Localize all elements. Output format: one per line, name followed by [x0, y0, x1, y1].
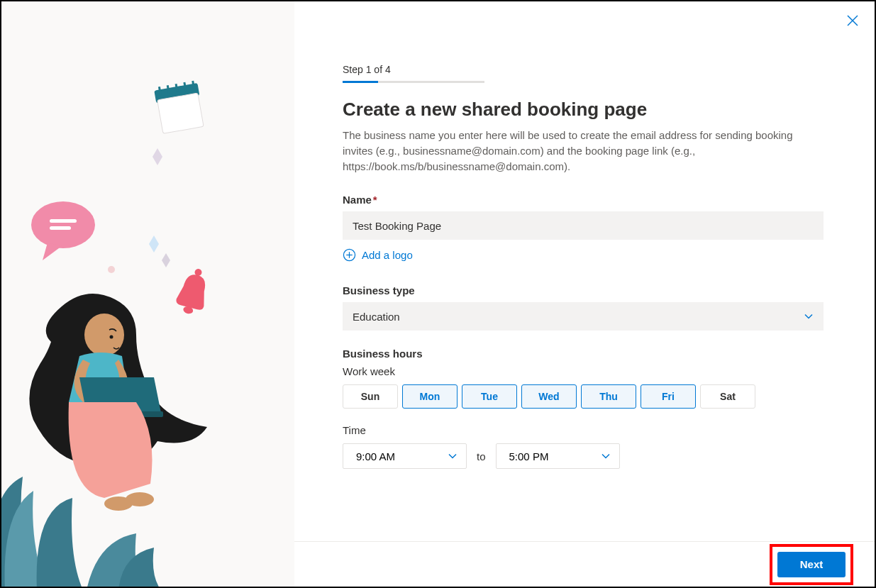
name-input[interactable] [343, 211, 824, 240]
svg-rect-3 [50, 226, 71, 230]
close-icon [846, 14, 859, 27]
dialog-footer: Next [294, 541, 875, 587]
svg-rect-5 [157, 93, 204, 133]
progress-bar [343, 81, 484, 83]
business-hours-label: Business hours [343, 348, 824, 360]
business-type-value: Education [353, 311, 400, 323]
svg-point-17 [126, 492, 154, 506]
page-title: Create a new shared booking page [343, 99, 824, 121]
required-marker: * [373, 194, 377, 206]
svg-point-14 [110, 335, 113, 339]
day-tue[interactable]: Tue [462, 384, 517, 409]
svg-line-10 [193, 81, 194, 89]
add-logo-label: Add a logo [362, 249, 413, 261]
svg-point-13 [84, 314, 124, 356]
to-label: to [477, 450, 486, 462]
work-week-days: Sun Mon Tue Wed Thu Fri Sat [343, 384, 824, 409]
chevron-down-icon [448, 451, 458, 461]
chevron-down-icon [601, 451, 611, 461]
svg-line-7 [167, 85, 169, 94]
start-time-select[interactable]: 9:00 AM [343, 443, 467, 469]
chevron-down-icon [804, 311, 814, 321]
add-logo-button[interactable]: Add a logo [343, 248, 413, 262]
end-time-select[interactable]: 5:00 PM [496, 443, 620, 469]
svg-point-0 [108, 266, 115, 273]
svg-rect-2 [50, 219, 77, 223]
step-label: Step 1 of 4 [343, 64, 824, 75]
day-thu[interactable]: Thu [581, 384, 636, 409]
business-type-select[interactable]: Education [343, 302, 824, 331]
start-time-value: 9:00 AM [356, 450, 395, 462]
onboarding-illustration [1, 72, 292, 587]
day-sat[interactable]: Sat [700, 384, 755, 409]
business-type-label: Business type [343, 284, 824, 296]
plus-circle-icon [343, 248, 356, 262]
next-button-highlight: Next [770, 544, 853, 585]
svg-line-9 [184, 82, 186, 91]
name-label: Name* [343, 194, 824, 206]
day-sun[interactable]: Sun [343, 384, 398, 409]
work-week-label: Work week [343, 365, 824, 377]
illustration-pane [1, 1, 294, 587]
end-time-value: 5:00 PM [509, 450, 549, 462]
time-label: Time [343, 424, 824, 436]
day-wed[interactable]: Wed [521, 384, 577, 409]
svg-line-6 [159, 87, 160, 95]
page-description: The business name you enter here will be… [343, 128, 824, 174]
close-button[interactable] [846, 14, 859, 30]
day-mon[interactable]: Mon [402, 384, 458, 409]
next-button[interactable]: Next [777, 552, 845, 577]
svg-point-1 [31, 201, 95, 248]
day-fri[interactable]: Fri [641, 384, 696, 409]
svg-line-8 [176, 84, 177, 92]
